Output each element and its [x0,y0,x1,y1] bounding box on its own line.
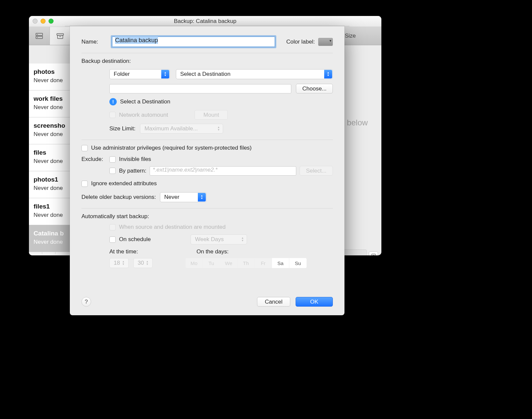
when-mounted-label: When source and destination are mounted [119,224,225,230]
color-label-picker[interactable] [318,38,333,46]
color-label: Color label: [286,39,315,45]
destination-info-text: Select a Destination [120,98,170,105]
close-icon[interactable] [33,19,38,24]
archive-box-icon [56,32,65,40]
day-sat: Sa [272,258,289,268]
day-thu: Th [237,258,255,268]
by-pattern-label: By pattern: [119,168,146,174]
separator [81,140,333,140]
size-limit-popup: Maximum Available... ▲▼ [140,124,223,134]
chevron-updown-icon: ▲▼ [122,259,127,267]
window-titlebar: Backup: Catalina backup [29,16,381,27]
separator [81,208,333,209]
pattern-field[interactable]: *.ext1|name.ext2|name2.* [150,166,296,176]
chevron-updown-icon: ▲▼ [324,70,332,78]
chevron-updown-icon: ▲▼ [214,124,222,133]
destination-heading: Backup destination: [81,58,333,65]
name-row: Name: Catalina backup Color label: [81,37,333,47]
detail-view-toggles [369,251,378,255]
log-view-button[interactable] [369,251,378,255]
at-time-label: At the time: [109,248,193,255]
mount-button: Mount [195,110,228,120]
invisible-files-checkbox[interactable] [109,156,116,163]
day-sun: Su [289,258,307,268]
chevron-updown-icon: ▲▼ [146,259,151,267]
hour-stepper: 18 ▲▼ [109,258,129,268]
delete-older-label: Delete older backup versions: [81,194,156,201]
on-schedule-label: On schedule [119,236,151,243]
help-button[interactable]: ? [81,297,91,307]
exclude-label: Exclude: [81,156,106,163]
backup-settings-sheet: Name: Catalina backup Color label: Backu… [70,26,344,315]
select-pattern-button: Select... [300,166,333,176]
name-input[interactable]: Catalina backup [112,37,275,47]
document-icon [371,253,376,256]
delete-older-popup[interactable]: Never ▲▼ [160,192,206,202]
admin-priv-label: Use administrator privileges (required f… [91,145,252,151]
day-wed: We [220,258,237,268]
traffic-lights[interactable] [33,19,54,24]
info-icon: ! [109,98,117,105]
ok-button[interactable]: OK [296,297,333,307]
separator [81,53,333,53]
on-days-label: On the days: [197,248,228,255]
day-mon: Mo [186,258,203,268]
day-tue: Tu [203,258,220,268]
toolbar-tab-archive[interactable] [50,27,71,45]
chevron-updown-icon: ▲▼ [161,70,169,78]
sheet-footer: ? Cancel OK [81,297,333,307]
svg-rect-5 [58,35,63,39]
admin-priv-checkbox[interactable] [81,145,88,151]
ignore-xattr-checkbox[interactable] [81,181,88,187]
by-pattern-checkbox[interactable] [109,168,116,174]
cancel-button[interactable]: Cancel [257,297,290,307]
toolbar-tab-backups[interactable] [29,27,50,45]
destination-select-popup[interactable]: Select a Destination ▲▼ [176,69,333,79]
size-limit-label: Size Limit: [109,125,135,132]
column-header-size: Size [341,27,381,45]
minute-stepper: 30 ▲▼ [133,258,153,268]
when-mounted-checkbox [109,224,116,230]
on-schedule-checkbox[interactable] [109,236,116,243]
day-fri: Fr [255,258,272,268]
automount-checkbox [109,112,116,118]
destination-type-popup[interactable]: Folder ▲▼ [109,69,170,79]
ignore-xattr-label: Ignore extended attributes [91,180,157,187]
window-title: Backup: Catalina backup [174,18,236,24]
destination-path-field[interactable] [109,84,291,93]
schedule-type-popup: Week Days ▲▼ [191,234,247,244]
choose-button[interactable]: Choose... [296,84,333,93]
drive-icon [35,32,44,40]
automount-label: Network automount [119,112,168,118]
chevron-updown-icon: ▲▼ [238,235,246,244]
name-label: Name: [81,39,108,45]
auto-start-heading: Automatically start backup: [81,213,333,220]
invisible-files-label: Invisible files [119,156,151,163]
minimize-icon[interactable] [41,19,46,24]
days-segmented: Mo Tu We Th Fr Sa Su [185,258,307,268]
zoom-icon[interactable] [49,19,54,24]
chevron-updown-icon: ▲▼ [198,193,206,202]
